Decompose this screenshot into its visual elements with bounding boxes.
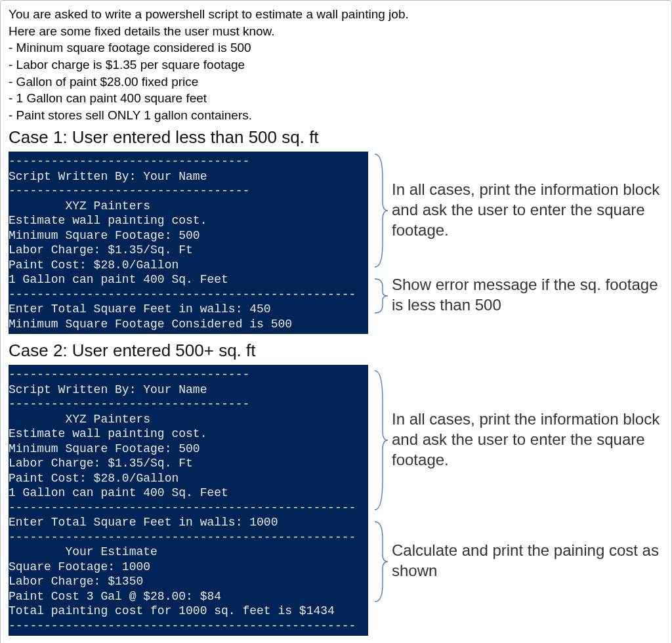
bullet-gallon-price: - Gallon of paint $28.00 fixed price (9, 73, 663, 91)
intro-line-2: Here are some fixed details the user mus… (9, 23, 663, 40)
case1-terminal: ---------------------------------- Scrip… (9, 152, 368, 334)
case1-heading: Case 1: User entered less than 500 sq. f… (9, 127, 663, 148)
brace-icon (373, 152, 389, 270)
brace-icon (373, 276, 389, 316)
case2-row: ---------------------------------- Scrip… (9, 365, 663, 636)
case2-terminal: ---------------------------------- Scrip… (9, 365, 368, 636)
bullet-gallon-coverage: - 1 Gallon can paint 400 square feet (9, 90, 663, 107)
case2-annotation-bottom: Calculate and print the paining cost as … (392, 540, 663, 581)
bullet-min-sqft: - Mininum square footage considered is 5… (9, 39, 663, 56)
case1-annotation-top: In all cases, print the information bloc… (392, 179, 663, 241)
brace-icon (373, 519, 389, 604)
case1-annotation-bottom: Show error message if the sq. footage is… (392, 274, 663, 315)
case1-annotations: In all cases, print the information bloc… (373, 152, 663, 334)
intro-block: You are asked to write a powershell scri… (9, 6, 663, 123)
bullet-container-size: - Paint stores sell ONLY 1 gallon contai… (9, 107, 663, 124)
brace-icon (373, 368, 389, 512)
bullet-labor-charge: - Labor charge is $1.35 per square foota… (9, 56, 663, 73)
case2-annotation-top: In all cases, print the information bloc… (392, 409, 663, 470)
case2-heading: Case 2: User entered 500+ sq. ft (9, 341, 663, 361)
case1-row: ---------------------------------- Scrip… (9, 152, 663, 334)
intro-line-1: You are asked to write a powershell scri… (9, 6, 663, 23)
case2-annotations: In all cases, print the information bloc… (373, 365, 663, 636)
